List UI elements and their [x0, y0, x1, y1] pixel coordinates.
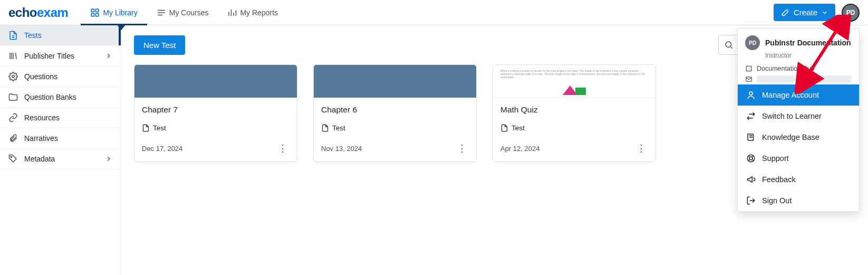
svg-point-11 — [749, 157, 753, 160]
nav-my-reports[interactable]: My Reports — [218, 0, 287, 25]
card-thumbnail: Maya is making a holiday ornament for he… — [493, 65, 655, 98]
card-type: Test — [142, 124, 290, 132]
magic-icon — [781, 8, 789, 17]
sidebar-item-label: Questions — [24, 72, 57, 81]
menu-switch-learner[interactable]: Switch to Learner — [738, 106, 859, 127]
create-button[interactable]: Create — [774, 4, 835, 21]
sidebar-item-label: Tests — [24, 31, 42, 40]
card-type-label: Test — [332, 124, 345, 132]
sidebar-item-resources[interactable]: Resources — [0, 108, 121, 128]
sidebar-item-label: Narratives — [24, 134, 58, 143]
file-icon — [142, 124, 150, 132]
nav-label: My Library — [103, 8, 137, 17]
card-title: Chapter 6 — [321, 105, 469, 115]
card-title: Math Quiz — [500, 105, 648, 115]
swap-icon — [746, 111, 756, 121]
building-icon — [745, 65, 753, 72]
nav-my-library[interactable]: My Library — [81, 0, 147, 25]
card-type: Test — [321, 124, 469, 132]
svg-point-5 — [11, 156, 12, 157]
card-body: Chapter 6 Test — [314, 98, 476, 141]
card-date: Dec 17, 2024 — [142, 145, 182, 153]
profile-name: PubInstr Documentation — [765, 39, 851, 47]
card-type-label: Test — [512, 124, 525, 132]
svg-rect-2 — [92, 13, 94, 16]
courses-icon — [157, 8, 166, 17]
clip-icon — [8, 134, 18, 143]
menu-support[interactable]: Support — [738, 148, 859, 169]
menu-manage-account[interactable]: Manage Account — [738, 84, 859, 106]
card-thumbnail — [314, 65, 476, 98]
menu-label: Feedback — [762, 175, 796, 184]
create-label: Create — [794, 8, 817, 17]
card-thumbnail — [134, 65, 297, 98]
menu-feedback[interactable]: Feedback — [738, 169, 859, 190]
kebab-menu-icon[interactable]: ⋮ — [276, 141, 290, 155]
sidebar-item-label: Publisher Titles — [24, 52, 74, 60]
profile-org: Documentation Pub — [757, 65, 815, 72]
file-icon — [321, 124, 329, 132]
menu-sign-out[interactable]: Sign Out — [738, 190, 859, 211]
sidebar-item-label: Metadata — [24, 155, 55, 163]
profile-role: Instructor — [765, 52, 852, 59]
svg-point-6 — [726, 42, 731, 48]
card-title: Chapter 7 — [142, 105, 290, 115]
menu-label: Manage Account — [762, 91, 819, 99]
kebab-menu-icon[interactable]: ⋮ — [455, 141, 469, 155]
person-icon — [746, 90, 756, 100]
folder-icon — [8, 92, 18, 102]
card-footer: Apr 12, 2024 ⋮ — [493, 141, 655, 162]
megaphone-icon — [746, 175, 756, 184]
card-footer: Dec 17, 2024 ⋮ — [134, 141, 297, 162]
svg-rect-3 — [96, 13, 99, 16]
sidebar-item-questions[interactable]: Questions — [0, 67, 121, 87]
sidebar: Tests Publisher Titles Questions Questio… — [0, 25, 121, 275]
test-card[interactable]: Maya is making a holiday ornament for he… — [493, 64, 656, 162]
header: echoexam My Library My Courses My Report… — [0, 0, 868, 25]
library-icon — [90, 8, 100, 17]
chevron-right-icon — [105, 155, 112, 163]
test-card[interactable]: Chapter 6 Test Nov 13, 2024 ⋮ — [313, 64, 477, 162]
sidebar-item-tests[interactable]: Tests — [0, 25, 121, 46]
book-icon — [746, 132, 756, 142]
sidebar-item-narratives[interactable]: Narratives — [0, 128, 121, 149]
card-type: Test — [500, 124, 648, 132]
logo[interactable]: echoexam — [8, 5, 68, 20]
nav-my-courses[interactable]: My Courses — [147, 0, 218, 25]
chevron-down-icon — [822, 10, 828, 16]
test-card[interactable]: Chapter 7 Test Dec 17, 2024 ⋮ — [134, 64, 297, 162]
profile-org-row: Documentation Pub — [738, 63, 859, 74]
card-footer: Nov 13, 2024 ⋮ — [314, 141, 476, 162]
logo-part2: exam — [37, 5, 68, 20]
profile-email-redacted — [757, 75, 852, 83]
nav-label: My Courses — [169, 8, 209, 17]
svg-rect-0 — [92, 9, 94, 12]
card-type-label: Test — [153, 124, 166, 132]
sidebar-item-publisher-titles[interactable]: Publisher Titles — [0, 46, 121, 67]
card-body: Math Quiz Test — [493, 98, 655, 141]
reports-icon — [227, 8, 237, 17]
header-right: Create PD — [774, 4, 860, 22]
sidebar-item-label: Resources — [24, 113, 60, 122]
sidebar-item-question-banks[interactable]: Question Banks — [0, 87, 121, 108]
sidebar-item-metadata[interactable]: Metadata — [0, 149, 121, 169]
file-icon — [8, 31, 18, 40]
mail-icon — [745, 75, 753, 83]
profile-email-row — [738, 74, 859, 84]
profile-avatar: PD — [745, 35, 760, 50]
file-icon — [500, 124, 508, 132]
menu-knowledge-base[interactable]: Knowledge Base — [738, 127, 859, 148]
nav-tabs: My Library My Courses My Reports — [81, 0, 287, 25]
search-icon — [724, 40, 734, 50]
profile-header: PD PubInstr Documentation Instructor — [738, 29, 859, 63]
active-tab-pointer — [117, 25, 126, 30]
link-icon — [8, 113, 18, 122]
new-test-button[interactable]: New Test — [134, 35, 185, 55]
avatar[interactable]: PD — [842, 4, 860, 22]
thumbnail-shapes — [563, 86, 586, 95]
kebab-menu-icon[interactable]: ⋮ — [634, 141, 648, 155]
sidebar-item-label: Question Banks — [24, 93, 76, 101]
menu-label: Support — [762, 154, 789, 163]
help-icon — [746, 154, 756, 163]
card-date: Apr 12, 2024 — [500, 145, 539, 153]
